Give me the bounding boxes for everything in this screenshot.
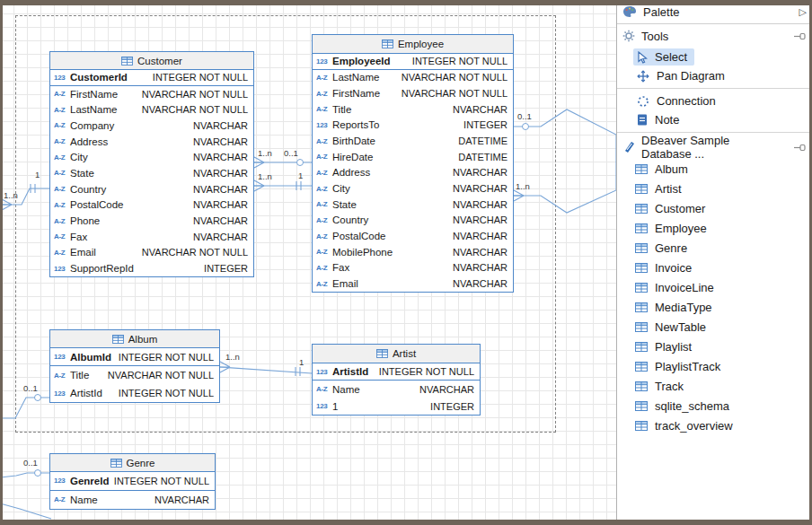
connector-album-artist[interactable] <box>220 367 312 373</box>
er-column-row[interactable]: 123AlbumIdINTEGER NOT NULL <box>50 348 219 366</box>
er-column-row[interactable]: A-ZAddressNVARCHAR <box>50 134 253 150</box>
er-table-album[interactable]: Album123AlbumIdINTEGER NOT NULLA-ZTitleN… <box>49 329 220 403</box>
sidebar-item-invoiceline[interactable]: InvoiceLine <box>617 277 812 297</box>
er-column-row[interactable]: A-ZLastNameNVARCHAR NOT NULL <box>50 101 253 118</box>
er-column-row[interactable]: 123ArtistIdINTEGER NOT NULL <box>313 363 480 381</box>
tool-select[interactable]: Select <box>617 48 812 66</box>
database-section-header[interactable]: DBeaver Sample Database ... <box>617 136 812 159</box>
tool-pan-diagram[interactable]: Pan Diagram <box>617 66 812 85</box>
er-table-artist[interactable]: Artist123ArtistIdINTEGER NOT NULLA-ZName… <box>312 344 481 416</box>
dbeaver-er-diagram-window: 1..n0..11..n11..n0..11..n10..11..n10..1 … <box>0 0 812 525</box>
zero-or-one-marker <box>35 395 41 401</box>
table-icon <box>635 362 648 372</box>
column-name: City <box>70 152 88 162</box>
er-column-row[interactable]: A-ZPostalCodeNVARCHAR <box>50 197 253 214</box>
er-column-row[interactable]: A-ZNameNVARCHAR <box>50 491 215 510</box>
sidebar-item-genre[interactable]: Genre <box>617 238 812 258</box>
er-column-row[interactable]: A-ZMobilePhoneNVARCHAR <box>313 244 513 260</box>
er-table-header[interactable]: Album <box>50 330 219 348</box>
connector-offscreen-album[interactable] <box>2 398 49 418</box>
er-column-row[interactable]: 123EmployeeIdINTEGER NOT NULL <box>313 54 513 70</box>
column-name: Title <box>70 370 89 381</box>
crowfoot-marker[interactable] <box>2 199 12 210</box>
er-column-row[interactable]: A-ZPostalCodeNVARCHAR <box>313 228 513 244</box>
er-column-row[interactable]: A-ZTitleNVARCHAR NOT NULL <box>50 366 219 384</box>
table-icon <box>121 57 133 66</box>
er-column-row[interactable]: A-ZCountryNVARCHAR <box>50 181 253 197</box>
er-column-row[interactable]: A-ZFaxNVARCHAR <box>50 229 253 245</box>
crowfoot-marker[interactable] <box>220 362 230 372</box>
one-marker[interactable] <box>296 367 300 376</box>
crowfoot-marker[interactable] <box>514 190 524 201</box>
collapse-arrow-icon[interactable]: ▷ <box>799 6 807 18</box>
sidebar-item-sqlite_schema[interactable]: sqlite_schema <box>617 396 812 416</box>
er-column-row[interactable]: A-ZStateNVARCHAR <box>313 197 513 213</box>
table-icon <box>635 243 648 253</box>
er-table-header[interactable]: Genre <box>50 454 215 472</box>
er-table-genre[interactable]: Genre123GenreIdINTEGER NOT NULLA-ZNameNV… <box>49 453 216 510</box>
er-table-header[interactable]: Customer <box>50 52 253 70</box>
er-column-row[interactable]: A-ZCityNVARCHAR <box>313 180 513 197</box>
er-column-row[interactable]: A-ZStateNVARCHAR <box>50 165 253 181</box>
column-name: SupportRepId <box>70 263 134 274</box>
er-column-row[interactable]: A-ZHireDateDATETIME <box>313 149 513 165</box>
column-type: NVARCHAR NOT NULL <box>402 88 508 99</box>
crowfoot-marker[interactable] <box>254 180 264 191</box>
er-column-row[interactable]: A-ZPhoneNVARCHAR <box>50 213 253 229</box>
er-column-row[interactable]: A-ZCompanyNVARCHAR <box>50 118 253 134</box>
er-column-row[interactable]: 123SupportRepIdINTEGER <box>50 260 253 276</box>
sidebar-item-playlisttrack[interactable]: PlaylistTrack <box>617 356 812 376</box>
sidebar-item-label: Invoice <box>655 261 692 275</box>
sidebar-item-invoice[interactable]: Invoice <box>617 258 812 277</box>
column-name: Fax <box>332 262 349 273</box>
er-column-row[interactable]: A-ZCityNVARCHAR <box>50 149 253 165</box>
sidebar-item-newtable[interactable]: NewTable <box>617 317 812 337</box>
pin-icon[interactable] <box>794 144 807 152</box>
er-column-row[interactable]: A-ZTitleNVARCHAR <box>313 101 513 118</box>
sidebar-item-label: Album <box>655 162 688 176</box>
table-icon <box>635 223 648 233</box>
er-column-row[interactable]: A-ZFirstNameNVARCHAR NOT NULL <box>50 86 253 102</box>
palette-header[interactable]: Palette ▷ <box>617 0 812 24</box>
er-column-row[interactable]: A-ZNameNVARCHAR <box>313 381 480 398</box>
er-table-customer[interactable]: Customer123CustomerIdINTEGER NOT NULLA-Z… <box>49 51 254 277</box>
er-column-row[interactable]: 123CustomerIdINTEGER NOT NULL <box>50 70 253 86</box>
tool-note[interactable]: Note <box>617 110 812 129</box>
pin-icon[interactable] <box>794 32 807 40</box>
connector-offscreen-bottom[interactable] <box>0 503 51 519</box>
sidebar-item-customer[interactable]: Customer <box>617 198 812 218</box>
er-column-row[interactable]: A-ZBirthDateDATETIME <box>313 133 513 149</box>
er-table-header[interactable]: Artist <box>313 345 480 363</box>
er-column-row[interactable]: A-ZLastNameNVARCHAR NOT NULL <box>313 70 513 86</box>
er-column-row[interactable]: A-ZFaxNVARCHAR <box>313 260 513 276</box>
er-table-header[interactable]: Employee <box>313 35 513 54</box>
sidebar-item-playlist[interactable]: Playlist <box>617 337 812 356</box>
numeric-type-icon: 123 <box>54 477 70 485</box>
tools-section-header[interactable]: Tools <box>617 24 812 48</box>
text-type-icon: A-Z <box>316 200 332 208</box>
er-column-row[interactable]: A-ZEmailNVARCHAR NOT NULL <box>50 245 253 261</box>
sidebar-item-mediatype[interactable]: MediaType <box>617 297 812 317</box>
connector-employee-self-reference[interactable] <box>514 109 616 213</box>
connector-offscreen-genre[interactable] <box>0 473 49 477</box>
sidebar-item-track_overview[interactable]: track_overview <box>617 416 812 435</box>
sidebar-item-album[interactable]: Album <box>617 159 812 179</box>
numeric-type-icon: 123 <box>316 368 332 376</box>
tool-connection[interactable]: Connection <box>617 92 812 110</box>
er-column-row[interactable]: A-ZCountryNVARCHAR <box>313 213 513 229</box>
text-type-icon: A-Z <box>316 105 332 113</box>
er-column-row[interactable]: 1231INTEGER <box>313 398 480 415</box>
column-name: Email <box>332 278 358 289</box>
er-column-row[interactable]: 123ArtistIdINTEGER NOT NULL <box>50 384 219 402</box>
sidebar-item-employee[interactable]: Employee <box>617 218 812 238</box>
er-column-row[interactable]: 123ReportsToINTEGER <box>313 118 513 134</box>
er-column-row[interactable]: A-ZAddressNVARCHAR <box>313 165 513 181</box>
sidebar-item-track[interactable]: Track <box>617 376 812 396</box>
crowfoot-marker[interactable] <box>254 157 264 168</box>
diagram-canvas[interactable]: 1..n0..11..n11..n0..11..n10..11..n10..1 … <box>0 0 616 525</box>
sidebar-item-artist[interactable]: Artist <box>617 179 812 198</box>
er-column-row[interactable]: A-ZFirstNameNVARCHAR NOT NULL <box>313 85 513 101</box>
er-column-row[interactable]: 123GenreIdINTEGER NOT NULL <box>50 472 215 491</box>
er-table-employee[interactable]: Employee123EmployeeIdINTEGER NOT NULLA-Z… <box>312 34 514 293</box>
er-column-row[interactable]: A-ZEmailNVARCHAR <box>313 276 513 292</box>
